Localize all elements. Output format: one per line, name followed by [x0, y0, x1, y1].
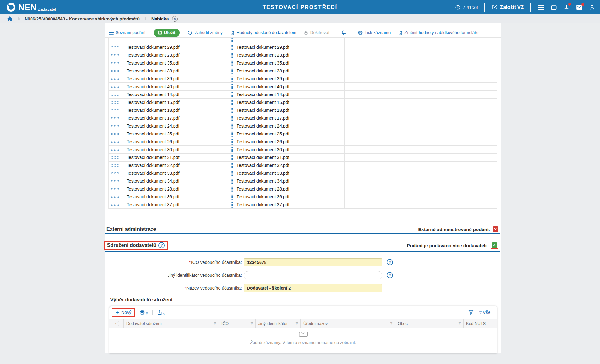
table-row[interactable]: Testovací dokument 26.pdf Testovací doku…	[109, 138, 497, 146]
column-header-kod-nuts[interactable]: Kód NUTS	[463, 319, 497, 328]
row-options-icon[interactable]	[111, 109, 119, 111]
drag-handle-icon[interactable]	[231, 202, 233, 208]
table-row[interactable]: Testovací dokument 28.pdf Testovací doku…	[109, 185, 497, 193]
table-row[interactable]: Testovací dokument 31.pdf Testovací doku…	[109, 154, 497, 162]
help-icon[interactable]: ?	[387, 272, 393, 278]
external-admin-checkbox-unchecked[interactable]: ×	[493, 226, 498, 232]
drag-handle-icon[interactable]	[231, 53, 233, 58]
help-icon[interactable]: ?	[158, 242, 165, 248]
row-options-icon[interactable]	[111, 86, 119, 88]
row-options-icon[interactable]	[111, 204, 119, 206]
column-header-jiny-identifikator[interactable]: Jiný identifikátor ▽	[255, 319, 300, 328]
row-options-icon[interactable]	[111, 149, 119, 151]
drag-handle-icon[interactable]	[231, 163, 233, 168]
leader-name-field[interactable]	[244, 284, 382, 292]
column-settings-button[interactable]: ⇄	[109, 319, 123, 328]
row-options-icon[interactable]	[111, 94, 119, 96]
table-row[interactable]: Testovací dokument 18.pdf Testovací doku…	[109, 106, 497, 114]
table-row[interactable]: Testovací dokument 25.pdf Testovací doku…	[109, 130, 497, 138]
row-options-icon[interactable]	[111, 133, 119, 135]
drag-handle-icon[interactable]	[231, 84, 233, 89]
home-icon[interactable]	[7, 16, 13, 21]
leader-ico-field[interactable]	[244, 258, 382, 266]
table-row[interactable]: Testovací dokument 29.pdf Testovací doku…	[109, 43, 497, 51]
row-options-icon[interactable]	[111, 117, 119, 119]
table-row[interactable]: Testovací dokument 38.pdf Testovací doku…	[109, 67, 497, 75]
row-options-icon[interactable]	[111, 141, 119, 143]
row-options-icon[interactable]	[111, 62, 119, 64]
table-row[interactable]: Testovací dokument 37.pdf Testovací doku…	[109, 201, 497, 209]
drag-handle-icon[interactable]	[231, 194, 233, 200]
leader-other-id-field[interactable]	[244, 271, 382, 279]
table-row[interactable]: Testovací dokument 36.pdf Testovací doku…	[109, 193, 497, 201]
breadcrumb-current-tab[interactable]: Nabídka	[151, 16, 169, 21]
row-options-icon[interactable]	[111, 172, 119, 174]
help-icon[interactable]: ?	[387, 259, 393, 265]
table-row[interactable]: Testovací dokument 32.pdf Testovací doku…	[109, 162, 497, 169]
messages-button[interactable]	[576, 5, 583, 10]
decrypt-button[interactable]: Dešifrovat	[304, 30, 329, 35]
drag-handle-icon[interactable]	[231, 179, 233, 184]
downloads-button[interactable]	[563, 4, 569, 10]
column-filter-icon[interactable]: ▽	[390, 322, 392, 325]
drag-handle-icon[interactable]	[231, 123, 233, 129]
drag-handle-icon[interactable]	[231, 68, 233, 74]
drag-handle-icon[interactable]	[231, 116, 233, 121]
nen-logo[interactable]: NEN Zadavatel	[6, 2, 56, 13]
table-row[interactable]: Testovací dokument 30.pdf Testovací doku…	[109, 146, 497, 154]
row-options-icon[interactable]	[111, 78, 119, 80]
notification-bell-button[interactable]	[341, 30, 346, 35]
row-options-icon[interactable]	[111, 180, 119, 182]
association-checkbox-checked[interactable]: ✓	[492, 242, 497, 248]
save-button[interactable]: Uložit	[154, 29, 180, 37]
close-tab-icon[interactable]: ×	[172, 16, 178, 22]
row-options-icon[interactable]	[111, 46, 119, 48]
export-button[interactable]: ▽	[157, 310, 165, 315]
drag-handle-icon[interactable]	[231, 131, 233, 137]
drag-handle-icon[interactable]	[231, 186, 233, 192]
drag-handle-icon[interactable]	[231, 139, 233, 145]
discard-changes-button[interactable]: Zahodit změny	[188, 30, 223, 35]
new-supplier-button[interactable]: + Nový	[112, 309, 134, 316]
column-header-obec[interactable]: Obec ▽	[395, 319, 463, 328]
drag-handle-icon[interactable]	[231, 100, 233, 105]
column-filter-icon[interactable]: ▽	[214, 322, 216, 325]
user-profile-button[interactable]	[589, 4, 595, 10]
column-header-uredni-nazev[interactable]: Úřední název ▽	[300, 319, 395, 328]
table-row[interactable]: Testovací dokument 33.pdf Testovací doku…	[109, 169, 497, 177]
drag-handle-icon[interactable]	[231, 147, 233, 152]
table-row[interactable]: Testovací dokument 34.pdf Testovací doku…	[109, 177, 497, 185]
table-row[interactable]: Testovací dokument 23.pdf Testovací doku…	[109, 51, 497, 59]
table-row-clipped[interactable]	[109, 38, 497, 43]
table-row[interactable]: Testovací dokument 14.pdf Testovací doku…	[109, 91, 497, 99]
drag-handle-icon[interactable]	[231, 155, 233, 160]
table-row[interactable]: Testovací dokument 17.pdf Testovací doku…	[109, 114, 497, 122]
table-row[interactable]: Testovací dokument 35.pdf Testovací doku…	[109, 59, 497, 67]
drag-handle-icon[interactable]	[231, 38, 233, 42]
row-options-icon[interactable]	[111, 156, 119, 159]
print-list-button[interactable]: ▽	[140, 310, 148, 315]
breadcrumb-procurement-link[interactable]: N006/25/V00004543 - Konzervace sbírkovýc…	[25, 16, 140, 21]
column-filter-icon[interactable]: ▽	[459, 322, 461, 325]
change-form-values-button[interactable]: Změnit hodnoty nabídkového formuláře	[398, 30, 478, 35]
row-options-icon[interactable]	[111, 54, 119, 56]
table-row[interactable]: Testovací dokument 40.pdf Testovací doku…	[109, 83, 497, 91]
filter-button[interactable]	[468, 310, 474, 315]
drag-handle-icon[interactable]	[231, 76, 233, 82]
drag-handle-icon[interactable]	[231, 45, 233, 50]
calendar-button[interactable]	[551, 4, 557, 10]
row-options-icon[interactable]	[111, 196, 119, 198]
row-options-icon[interactable]	[111, 164, 119, 167]
print-record-button[interactable]: Tisk záznamu	[358, 30, 391, 35]
drag-handle-icon[interactable]	[231, 108, 233, 113]
drag-handle-icon[interactable]	[231, 92, 233, 97]
create-vz-button[interactable]: Založit VZ	[492, 4, 524, 10]
row-options-icon[interactable]	[111, 188, 119, 190]
supplier-values-button[interactable]: Hodnoty odeslané dodavatelem	[230, 30, 296, 35]
column-header-dodavatel[interactable]: Dodavatel sdružení ▽	[123, 319, 219, 328]
column-header-ico[interactable]: IČO ▽	[219, 319, 255, 328]
row-options-icon[interactable]	[111, 70, 119, 72]
column-filter-icon[interactable]: ▽	[251, 322, 253, 325]
menu-button[interactable]	[538, 4, 544, 10]
table-row[interactable]: Testovací dokument 24.pdf Testovací doku…	[109, 122, 497, 130]
